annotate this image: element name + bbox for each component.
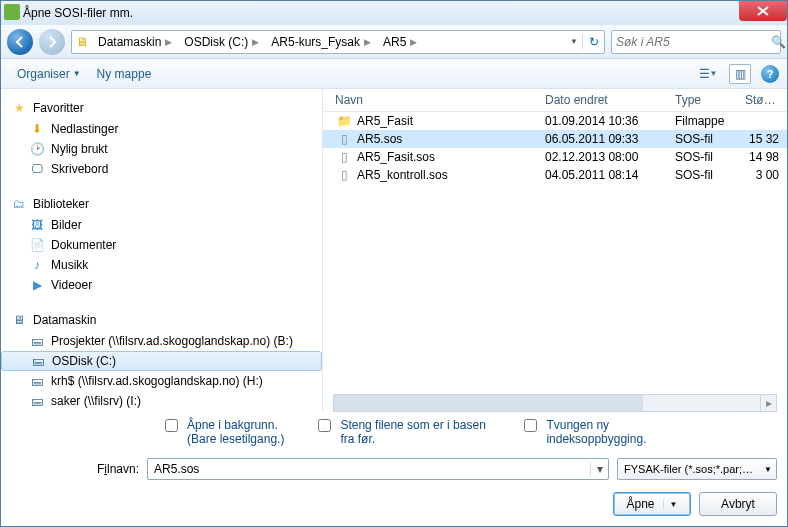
file-type: SOS-fil [675, 132, 745, 146]
sidebar-item-selected[interactable]: 🖴OSDisk (C:) [1, 351, 322, 371]
file-date: 02.12.2013 08:00 [545, 150, 675, 164]
crumb[interactable]: AR5 [383, 35, 406, 49]
file-icon: ▯ [335, 132, 353, 146]
file-name: AR5_kontroll.sos [357, 168, 448, 182]
nav-bar: 🖥 Datamaskin▶ OSDisk (C:)▶ AR5-kurs_Fysa… [1, 25, 787, 59]
file-type-filter[interactable]: FYSAK-filer (*.sos;*.par;*.kom) ▼ [617, 458, 777, 480]
folder-icon: 🖥 [72, 35, 92, 49]
checkbox-input[interactable] [524, 419, 537, 432]
breadcrumb[interactable]: 🖥 Datamaskin▶ OSDisk (C:)▶ AR5-kurs_Fysa… [71, 30, 605, 54]
sidebar-item[interactable]: ♪Musikk [1, 255, 322, 275]
filename-label: Filnavn: [11, 462, 139, 476]
help-button[interactable]: ? [761, 65, 779, 83]
scroll-right-icon[interactable]: ▸ [760, 395, 776, 411]
organize-button[interactable]: Organiser ▼ [9, 64, 89, 84]
chevron-right-icon: ▶ [165, 37, 172, 47]
open-background-checkbox[interactable]: Åpne i bakgrunn.(Bare lesetilgang.) [161, 418, 284, 446]
file-date: 04.05.2011 08:14 [545, 168, 675, 182]
view-options-button[interactable]: ☰ ▼ [697, 64, 719, 84]
chevron-down-icon[interactable]: ▼ [570, 37, 582, 46]
chevron-right-icon: ▶ [410, 37, 417, 47]
crumb[interactable]: AR5-kurs_Fysak [271, 35, 360, 49]
forward-button[interactable] [39, 29, 65, 55]
sidebar-item[interactable]: 📄Dokumenter [1, 235, 322, 255]
file-size: 15 32 [745, 132, 787, 146]
sidebar-item[interactable]: ⬇Nedlastinger [1, 119, 322, 139]
downloads-icon: ⬇ [29, 121, 45, 137]
file-row[interactable]: 📁AR5_Fasit01.09.2014 10:36Filmappe [323, 112, 787, 130]
recent-icon: 🕑 [29, 141, 45, 157]
organize-label: Organiser [17, 67, 70, 81]
navigation-tree[interactable]: ★Favoritter ⬇Nedlastinger 🕑Nylig brukt 🖵… [1, 89, 323, 412]
preview-pane-button[interactable]: ▥ [729, 64, 751, 84]
libraries-icon: 🗂 [11, 196, 27, 212]
file-row[interactable]: ▯AR5_Fasit.sos02.12.2013 08:00SOS-fil14 … [323, 148, 787, 166]
file-row[interactable]: ▯AR5_kontroll.sos04.05.2011 08:14SOS-fil… [323, 166, 787, 184]
sidebar-item[interactable]: ▶Videoer [1, 275, 322, 295]
sidebar-item[interactable]: 🖵Skrivebord [1, 159, 322, 179]
network-drive-icon: 🖴 [29, 333, 45, 349]
desktop-icon: 🖵 [29, 161, 45, 177]
file-row[interactable]: ▯AR5.sos06.05.2011 09:33SOS-fil15 32 [323, 130, 787, 148]
file-type: SOS-fil [675, 150, 745, 164]
search-box[interactable]: 🔍 [611, 30, 781, 54]
scroll-thumb[interactable] [334, 395, 643, 411]
file-list-pane: Navn Dato endret Type Størrelse 📁AR5_Fas… [323, 89, 787, 412]
back-button[interactable] [7, 29, 33, 55]
videos-icon: ▶ [29, 277, 45, 293]
chevron-down-icon[interactable]: ▾ [590, 462, 608, 476]
search-input[interactable] [612, 35, 771, 49]
horizontal-scrollbar[interactable]: ◂ ▸ [333, 394, 777, 412]
command-bar: Organiser ▼ Ny mappe ☰ ▼ ▥ ? [1, 59, 787, 89]
sidebar-favorites-header[interactable]: ★Favoritter [1, 97, 322, 119]
filename-combobox[interactable]: AR5.sos ▾ [147, 458, 609, 480]
open-button[interactable]: Åpne ▼ [613, 492, 691, 516]
sidebar-item[interactable]: 🖴saker (\\filsrv) (I:) [1, 391, 322, 411]
col-type[interactable]: Type [675, 93, 745, 107]
crumb[interactable]: OSDisk (C:) [184, 35, 248, 49]
col-name[interactable]: Navn [335, 93, 545, 107]
checkbox-input[interactable] [318, 419, 331, 432]
pictures-icon: 🖼 [29, 217, 45, 233]
refresh-button[interactable]: ↻ [582, 35, 604, 49]
cancel-label: Avbryt [721, 497, 755, 511]
sidebar-item[interactable]: 🕑Nylig brukt [1, 139, 322, 159]
crumb[interactable]: Datamaskin [98, 35, 161, 49]
filename-value[interactable]: AR5.sos [148, 462, 590, 476]
close-button[interactable] [739, 1, 787, 21]
filter-value: FYSAK-filer (*.sos;*.par;*.kom) [618, 463, 760, 475]
sidebar-item[interactable]: 🖴Prosjekter (\\filsrv.ad.skogoglandskap.… [1, 331, 322, 351]
music-icon: ♪ [29, 257, 45, 273]
sidebar-libraries-header[interactable]: 🗂Biblioteker [1, 193, 322, 215]
filename-row: Filnavn: AR5.sos ▾ FYSAK-filer (*.sos;*.… [1, 452, 787, 486]
file-date: 06.05.2011 09:33 [545, 132, 675, 146]
checkbox-input[interactable] [165, 419, 178, 432]
file-date: 01.09.2014 10:36 [545, 114, 675, 128]
file-size: 3 00 [745, 168, 787, 182]
button-row: Åpne ▼ Avbryt [1, 486, 787, 526]
sidebar-item[interactable]: 🖴krh$ (\\filsrv.ad.skogoglandskap.no) (H… [1, 371, 322, 391]
options-row: Åpne i bakgrunn.(Bare lesetilgang.) Sten… [1, 412, 787, 452]
cancel-button[interactable]: Avbryt [699, 492, 777, 516]
file-list[interactable]: 📁AR5_Fasit01.09.2014 10:36Filmappe▯AR5.s… [323, 112, 787, 390]
new-folder-button[interactable]: Ny mappe [89, 64, 160, 84]
close-previous-checkbox[interactable]: Steng filene som er i basen fra før. [314, 418, 490, 446]
file-icon: ▯ [335, 168, 353, 182]
chevron-down-icon[interactable]: ▼ [760, 465, 776, 474]
file-name: AR5.sos [357, 132, 402, 146]
column-headers[interactable]: Navn Dato endret Type Størrelse [323, 89, 787, 112]
file-type: Filmappe [675, 114, 745, 128]
col-date[interactable]: Dato endret [545, 93, 675, 107]
search-icon[interactable]: 🔍 [771, 35, 786, 49]
sidebar-item[interactable]: 🖼Bilder [1, 215, 322, 235]
open-label: Åpne [627, 497, 655, 511]
chevron-down-icon[interactable]: ▼ [663, 500, 678, 509]
window-title: Åpne SOSI-filer mm. [1, 6, 133, 20]
file-size: 14 98 [745, 150, 787, 164]
file-name: AR5_Fasit [357, 114, 413, 128]
app-icon [4, 4, 20, 20]
col-size[interactable]: Størrelse [745, 93, 787, 107]
chevron-right-icon: ▶ [364, 37, 371, 47]
sidebar-computer-header[interactable]: 🖥Datamaskin [1, 309, 322, 331]
force-index-checkbox[interactable]: Tvungen ny indeksoppbygging. [520, 418, 696, 446]
